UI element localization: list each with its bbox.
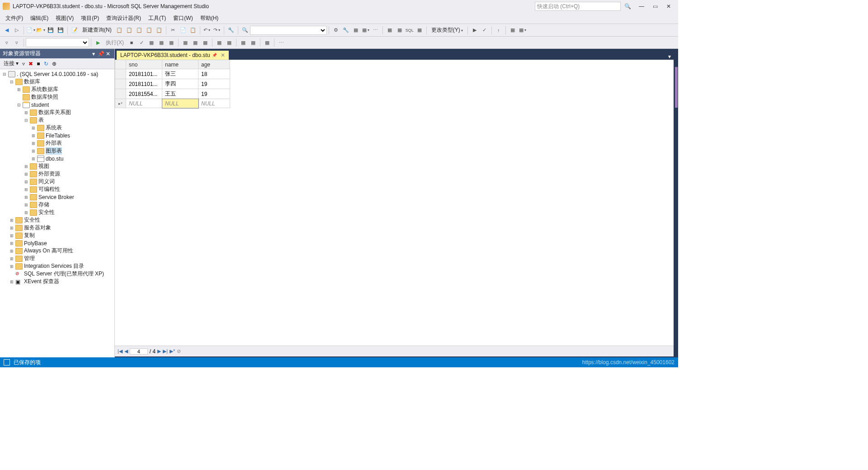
copy-icon[interactable]: 📄 xyxy=(179,26,188,35)
menu-view[interactable]: 视图(V) xyxy=(52,13,77,24)
new-query-icon[interactable]: 📝 xyxy=(70,26,79,35)
nav-current-input[interactable] xyxy=(130,348,148,355)
tool-icon-2[interactable]: 🔧 xyxy=(341,26,350,35)
panel-pin-icon[interactable]: 📌 xyxy=(97,51,104,57)
menu-edit[interactable]: 编辑(E) xyxy=(27,13,52,24)
tab-close-icon[interactable]: ✕ xyxy=(221,52,225,58)
tree-xevent[interactable]: ⊞▣XEvent 探查器 xyxy=(0,278,114,285)
tree-service-broker[interactable]: ⊞Service Broker xyxy=(0,193,114,201)
change-type-button[interactable]: 更改类型(Y)▾ xyxy=(429,25,466,35)
tree-dbo-stu[interactable]: ⊞dbo.stu xyxy=(0,155,114,162)
new-item-icon[interactable]: 📄▾ xyxy=(26,26,35,35)
xquery-icon[interactable]: ⚙ xyxy=(331,26,340,35)
minimize-button[interactable]: — xyxy=(635,3,648,9)
stop-icon[interactable]: ■ xyxy=(35,60,42,68)
tree-graph-tables[interactable]: ⊞图形表 xyxy=(0,147,114,155)
add-table-icon[interactable]: ▦▾ xyxy=(518,26,527,35)
undo-icon[interactable]: ↶▾ xyxy=(203,26,212,35)
parse-icon[interactable]: ✓ xyxy=(137,38,146,47)
paste-icon[interactable]: 📋 xyxy=(189,26,198,35)
execute-button[interactable]: 执行(X) xyxy=(103,38,127,47)
tree-external-resources[interactable]: ⊞外部资源 xyxy=(0,170,114,178)
save-icon[interactable]: 💾 xyxy=(46,26,55,35)
data-grid-area[interactable]: sno name age 20181101...张三18 20181101...… xyxy=(115,60,674,346)
connect-button[interactable]: 连接 ▾ xyxy=(2,59,20,68)
quick-launch-input[interactable]: 快速启动 (Ctrl+Q) xyxy=(535,2,621,11)
plan3-icon[interactable]: ▦ xyxy=(167,38,176,47)
filter2-icon[interactable]: ▿ xyxy=(12,38,21,47)
close-button[interactable]: ✕ xyxy=(662,3,675,9)
menu-project[interactable]: 项目(P) xyxy=(77,13,103,24)
tree-server[interactable]: ⊟. (SQL Server 14.0.1000.169 - sa) xyxy=(0,70,114,78)
save-all-icon[interactable]: 💾 xyxy=(56,26,65,35)
right-dock[interactable] xyxy=(675,49,678,357)
tree-student-db[interactable]: ⊟student xyxy=(0,101,114,109)
tree-polybase[interactable]: ⊞PolyBase xyxy=(0,239,114,247)
outdent-icon[interactable]: ▦ xyxy=(249,38,258,47)
menu-tools[interactable]: 工具(T) xyxy=(145,13,170,24)
tree-security[interactable]: ⊞安全性 xyxy=(0,216,114,224)
tree-sql-agent[interactable]: ⊘SQL Server 代理(已禁用代理 XP) xyxy=(0,270,114,278)
tree-synonyms[interactable]: ⊞同义词 xyxy=(0,178,114,185)
tab-menu-icon[interactable]: ▾ xyxy=(665,53,674,60)
table-row[interactable]: 20181554...王五19 xyxy=(115,89,230,99)
tree-management[interactable]: ⊞管理 xyxy=(0,255,114,262)
menu-help[interactable]: 帮助(H) xyxy=(197,13,222,24)
sql-pane-icon[interactable]: SQL xyxy=(405,26,414,35)
uncomment-icon[interactable]: ▦ xyxy=(225,38,234,47)
nav-next-icon[interactable]: ▶ xyxy=(157,348,161,354)
table-new-row[interactable]: ▸* NULL NULL NULL xyxy=(115,99,230,108)
script-icon-2[interactable]: 📋 xyxy=(125,26,134,35)
search-icon[interactable]: ⊕ xyxy=(50,60,58,68)
nav-stop-icon[interactable]: ⊘ xyxy=(177,348,181,354)
plan-icon[interactable]: ▦ xyxy=(147,38,156,47)
filter-icon[interactable]: ▿ xyxy=(20,60,27,68)
cut-icon[interactable]: ✂ xyxy=(169,26,178,35)
tree-external-tables[interactable]: ⊞外部表 xyxy=(0,139,114,147)
tree-system-tables[interactable]: ⊞系统表 xyxy=(0,124,114,132)
pin-icon[interactable]: 📌 xyxy=(212,53,217,57)
tree-security-db[interactable]: ⊞安全性 xyxy=(0,209,114,216)
menu-query[interactable]: 查询设计器(R) xyxy=(103,13,145,24)
properties-tab-icon[interactable] xyxy=(675,67,678,108)
back-icon[interactable]: ◀ xyxy=(2,26,11,35)
tree-always-on[interactable]: ⊞Always On 高可用性 xyxy=(0,247,114,255)
search-icon[interactable]: 🔍 xyxy=(624,3,631,9)
column-age[interactable]: age xyxy=(198,60,230,69)
doc-icon[interactable]: ▦ xyxy=(351,26,360,35)
menu-file[interactable]: 文件(F) xyxy=(2,13,27,24)
column-name[interactable]: name xyxy=(162,60,198,69)
redo-icon[interactable]: ↷▾ xyxy=(212,26,222,35)
tree-databases[interactable]: ⊟数据库 xyxy=(0,78,114,85)
nav-last-icon[interactable]: ▶| xyxy=(163,348,168,354)
table-row[interactable]: 20181101...李四19 xyxy=(115,79,230,89)
refresh-icon[interactable]: ↻ xyxy=(42,60,50,68)
more-icon[interactable]: ⋯ xyxy=(277,38,286,47)
target-combo[interactable] xyxy=(250,26,327,35)
tree-tables[interactable]: ⊟表 xyxy=(0,116,114,124)
database-combo[interactable] xyxy=(26,38,89,47)
comment-icon[interactable]: ▦ xyxy=(215,38,224,47)
script-icon-3[interactable]: 📋 xyxy=(135,26,144,35)
data-grid[interactable]: sno name age 20181101...张三18 20181101...… xyxy=(115,60,230,108)
nav-prev-icon[interactable]: ◀ xyxy=(124,348,128,354)
script-icon-5[interactable]: 📋 xyxy=(155,26,164,35)
script-icon[interactable]: 📋 xyxy=(115,26,124,35)
tree-replication[interactable]: ⊞复制 xyxy=(0,232,114,239)
verify-sql-icon[interactable]: ✓ xyxy=(480,26,489,35)
plan2-icon[interactable]: ▦ xyxy=(157,38,166,47)
diagram-icon[interactable]: ▦ xyxy=(385,26,394,35)
results-grid-icon[interactable]: ▦ xyxy=(181,38,190,47)
tree-storage[interactable]: ⊞存储 xyxy=(0,201,114,209)
tree-programmability[interactable]: ⊞可编程性 xyxy=(0,185,114,193)
tree-views[interactable]: ⊞视图 xyxy=(0,162,114,170)
add-group-icon[interactable]: ▦ xyxy=(508,26,517,35)
opts-icon[interactable]: ⋯ xyxy=(371,26,380,35)
nav-new-icon[interactable]: ▶* xyxy=(170,348,175,354)
results-file-icon[interactable]: ▦ xyxy=(201,38,210,47)
disconnect-icon[interactable]: ✖ xyxy=(27,60,35,68)
object-tree[interactable]: ⊟. (SQL Server 14.0.1000.169 - sa) ⊟数据库 … xyxy=(0,69,114,357)
results-icon[interactable]: ▦ xyxy=(415,26,424,35)
row-selector-header[interactable] xyxy=(115,60,126,69)
open-icon[interactable]: 📂▾ xyxy=(36,26,45,35)
